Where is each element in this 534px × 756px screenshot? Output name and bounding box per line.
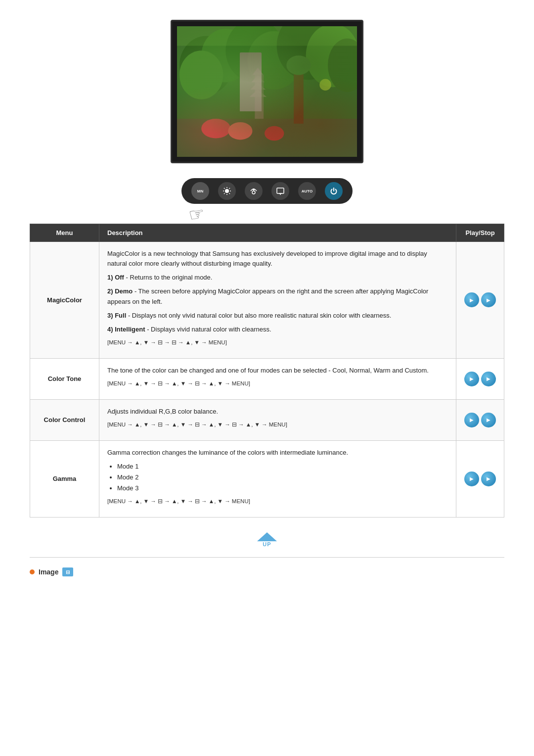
up-arrow-container: UP — [30, 532, 504, 547]
table-row: Gamma Gamma correction changes the lumin… — [30, 440, 504, 517]
play-button-6[interactable] — [481, 413, 496, 427]
desc-magiccolor-path: [MENU → ▲, ▼ → ⊟ → ⊟ → ▲, ▼ → MENU] — [107, 338, 448, 347]
table-row: Color Tone The tone of the color can be … — [30, 358, 504, 399]
play-icons-magiccolor — [464, 292, 496, 307]
magiccolor-icon — [249, 186, 259, 196]
playstop-cell-colorcontrol — [456, 399, 504, 440]
up-arrow[interactable]: UP — [257, 532, 277, 547]
description-cell-colorcontrol: Adjusts individual R,G,B color balance. … — [99, 399, 456, 440]
play-button-7[interactable] — [464, 472, 479, 486]
svg-point-8 — [328, 39, 357, 92]
description-cell-colortone: The tone of the color can be changed and… — [99, 358, 456, 399]
page-wrapper: MN ☞ — [0, 0, 534, 596]
svg-point-6 — [277, 26, 340, 80]
desc-gamma-mode1: Mode 1 — [117, 462, 448, 472]
desc-colortone-path: [MENU → ▲, ▼ → ⊟ → ▲, ▼ → ⊟ → ▲, ▼ → MEN… — [107, 379, 448, 388]
menu-label-magiccolor: MagicColor — [47, 296, 82, 304]
svg-point-22 — [225, 189, 229, 193]
menu-label-colorcontrol: Color Control — [44, 416, 86, 424]
play-button-8[interactable] — [481, 472, 496, 486]
desc-colorcontrol-intro: Adjusts individual R,G,B color balance. — [107, 407, 448, 417]
description-cell-gamma: Gamma correction changes the luminance o… — [99, 440, 456, 517]
desc-gamma-path: [MENU → ▲, ▼ → ⊟ → ▲, ▼ → ⊟ → ▲, ▼ → MEN… — [107, 497, 448, 506]
magiccolor-button[interactable] — [245, 182, 263, 200]
power-icon — [329, 187, 338, 195]
source-button[interactable] — [271, 182, 289, 200]
desc-colorcontrol: Adjusts individual R,G,B color balance. … — [107, 407, 448, 429]
svg-point-31 — [252, 191, 255, 194]
play-icons-colortone — [464, 372, 496, 386]
desc-gamma-mode2: Mode 2 — [117, 472, 448, 482]
playstop-cell-colortone — [456, 358, 504, 399]
desc-colortone: The tone of the color can be changed and… — [107, 366, 448, 388]
brightness-icon — [222, 187, 231, 195]
image-icon: ⊟ — [62, 567, 73, 576]
svg-marker-14 — [250, 90, 267, 97]
table-row: Color Control Adjusts individual R,G,B c… — [30, 399, 504, 440]
auto-button[interactable]: AUTO — [298, 182, 316, 200]
main-table: Menu Description Play/Stop MagicColor Ma… — [30, 224, 504, 518]
monitor-screen — [177, 26, 357, 157]
svg-rect-21 — [177, 26, 357, 46]
svg-point-1 — [179, 36, 233, 94]
svg-marker-13 — [251, 82, 266, 90]
svg-point-16 — [286, 55, 311, 75]
menu-cell-colorcontrol: Color Control — [30, 399, 99, 440]
button-bar-container: MN ☞ — [30, 178, 504, 204]
play-icons-gamma — [464, 472, 496, 486]
svg-point-17 — [201, 119, 230, 138]
svg-point-19 — [265, 126, 284, 141]
power-button[interactable] — [325, 182, 343, 200]
svg-point-7 — [306, 26, 357, 87]
play-button-2[interactable] — [481, 292, 496, 307]
table-header-description: Description — [99, 224, 456, 242]
table-header-playstop: Play/Stop — [456, 224, 504, 242]
up-arrow-icon — [257, 532, 277, 541]
monitor-frame — [171, 20, 363, 163]
menu-cell-magiccolor: MagicColor — [30, 242, 99, 359]
desc-magiccolor-intro: MagicColor is a new technology that Sams… — [107, 249, 448, 269]
svg-line-27 — [224, 188, 225, 189]
play-button-5[interactable] — [464, 413, 479, 427]
playstop-cell-magiccolor — [456, 242, 504, 359]
svg-rect-33 — [277, 188, 284, 193]
playstop-cell-gamma — [456, 440, 504, 517]
separator — [30, 557, 504, 558]
svg-rect-15 — [294, 65, 304, 124]
menu-cell-colortone: Color Tone — [30, 358, 99, 399]
menu-label-colortone: Color Tone — [48, 375, 82, 382]
svg-point-3 — [179, 50, 223, 99]
image-label: Image — [39, 568, 58, 576]
hand-pointer-icon: ☞ — [187, 203, 207, 226]
play-icons-colorcontrol — [464, 413, 496, 427]
brightness-button[interactable] — [218, 182, 236, 200]
garden-svg — [177, 26, 357, 157]
up-arrow-label: UP — [263, 541, 271, 547]
play-button-4[interactable] — [481, 372, 496, 386]
svg-line-28 — [229, 193, 230, 194]
svg-point-18 — [228, 122, 252, 140]
svg-rect-10 — [255, 75, 264, 119]
desc-gamma-intro: Gamma correction changes the luminance o… — [107, 448, 448, 458]
desc-magiccolor-demo: 2) Demo - The screen before applying Mag… — [107, 286, 448, 306]
desc-magiccolor: MagicColor is a new technology that Sams… — [107, 249, 448, 347]
description-cell-magiccolor: MagicColor is a new technology that Sams… — [99, 242, 456, 359]
play-button-1[interactable] — [464, 292, 479, 307]
button-bar: MN ☞ — [181, 178, 353, 204]
svg-point-2 — [201, 29, 250, 82]
svg-point-20 — [319, 79, 331, 91]
svg-point-32 — [253, 189, 255, 190]
svg-line-29 — [229, 188, 230, 189]
play-button-3[interactable] — [464, 372, 479, 386]
source-icon — [276, 187, 285, 195]
svg-line-30 — [224, 193, 225, 194]
desc-gamma-list: Mode 1 Mode 2 Mode 3 — [117, 462, 448, 493]
monitor-container — [30, 20, 504, 163]
menu-button[interactable]: MN — [191, 182, 209, 200]
svg-point-5 — [248, 31, 301, 90]
desc-gamma: Gamma correction changes the luminance o… — [107, 448, 448, 506]
desc-colorcontrol-path: [MENU → ▲, ▼ → ⊟ → ▲, ▼ → ⊟ → ▲, ▼ → ⊟ →… — [107, 421, 448, 429]
svg-marker-12 — [252, 75, 265, 83]
desc-magiccolor-intelligent: 4) Intelligent - Displays vivid natural … — [107, 325, 448, 334]
table-row: MagicColor MagicColor is a new technolog… — [30, 242, 504, 359]
